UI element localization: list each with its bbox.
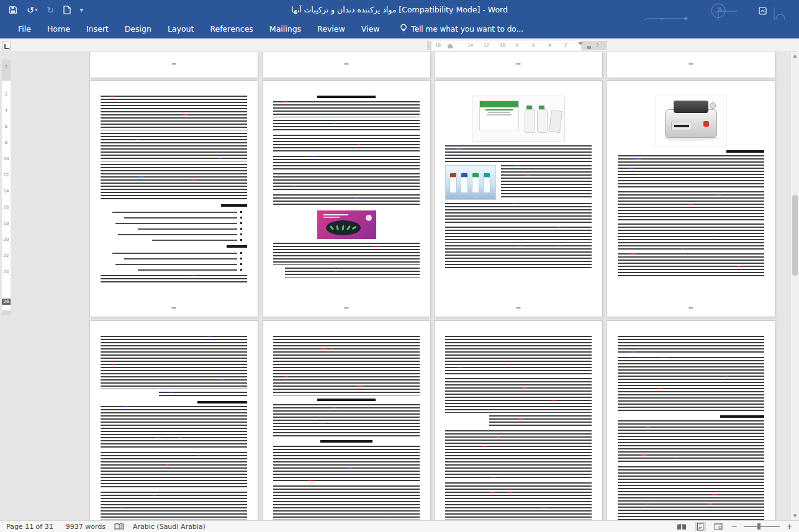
new-document-icon[interactable]	[63, 6, 71, 14]
undo-dropdown-caret[interactable]: ▾	[35, 6, 38, 14]
zoom-in-icon[interactable]: +	[786, 521, 793, 531]
paragraph-text	[273, 485, 420, 520]
paragraph-text	[285, 268, 420, 277]
page-indicator[interactable]: Page 11 of 31	[0, 523, 60, 531]
page-number-footer	[517, 307, 521, 309]
highlighted-word	[491, 477, 495, 478]
document-page[interactable]	[607, 52, 775, 78]
paragraph-text	[618, 336, 764, 354]
tab-selector[interactable]	[2, 42, 11, 50]
document-page[interactable]	[90, 81, 258, 317]
page-content	[618, 96, 764, 299]
document-page[interactable]	[90, 52, 258, 78]
vertical-ruler-text-area	[2, 81, 11, 310]
right-indent-marker[interactable]	[578, 42, 583, 45]
ruler-number: 8	[2, 140, 11, 145]
scroll-down-icon[interactable]: ▼	[791, 512, 799, 520]
paragraph-text	[445, 430, 592, 480]
undo-icon[interactable]: ↺▾	[27, 6, 37, 14]
amalgam-capsules-photo[interactable]	[317, 210, 376, 239]
scrollbar-thumb[interactable]	[792, 195, 798, 276]
document-page[interactable]	[607, 321, 775, 520]
ribbon-tab-references[interactable]: References	[202, 20, 261, 38]
ruler-number: 18	[435, 43, 441, 48]
paragraph-text	[101, 133, 247, 161]
ribbon-tab-design[interactable]: Design	[117, 20, 160, 38]
page-number-footer	[345, 307, 349, 309]
horizontal-ruler[interactable]: 1814121086422	[427, 41, 607, 50]
document-canvas[interactable]	[0, 52, 799, 520]
dental-cement-bottles-photo[interactable]	[445, 165, 496, 200]
proofing-errors-icon[interactable]	[112, 523, 127, 531]
customize-qat-icon[interactable]: ▾	[80, 6, 83, 14]
ribbon-display-options-icon[interactable]	[759, 6, 767, 17]
page-content	[618, 336, 764, 520]
ribbon-tab-layout[interactable]: Layout	[160, 20, 202, 38]
document-page[interactable]	[263, 52, 430, 78]
vertical-scrollbar[interactable]: ▲ ▼	[791, 52, 799, 520]
ribbon-tab-home[interactable]: Home	[39, 20, 78, 38]
tell-me-box[interactable]: Tell me what you want to do...	[400, 24, 523, 35]
read-mode-icon[interactable]	[675, 523, 688, 531]
paragraph-text	[273, 446, 420, 483]
document-page[interactable]	[263, 81, 430, 317]
highlighted-word	[169, 392, 173, 393]
document-page[interactable]	[435, 81, 602, 317]
ruler-number: 2	[2, 65, 11, 70]
language-indicator[interactable]: Arabic (Saudi Arabia)	[127, 523, 212, 531]
ribbon-tab-file[interactable]: File	[10, 20, 39, 38]
zoom-slider[interactable]	[744, 526, 780, 527]
paragraph-text	[618, 253, 764, 278]
page-number-footer	[172, 307, 176, 309]
highlighted-word	[525, 174, 530, 176]
ribbon-tab-insert[interactable]: Insert	[78, 20, 117, 38]
paragraph-text	[618, 223, 764, 251]
redo-icon[interactable]: ↻	[47, 6, 54, 14]
ruler-number: 12	[484, 43, 489, 48]
quick-access-toolbar: ↺▾ ↻ ▾	[9, 0, 83, 20]
highlighted-word	[308, 480, 314, 481]
highlighted-word	[458, 367, 464, 368]
paragraph-text	[445, 145, 592, 163]
ribbon-tab-mailings[interactable]: Mailings	[261, 20, 309, 38]
amalgamator-device-photo[interactable]	[655, 96, 727, 147]
scroll-up-icon[interactable]: ▲	[791, 52, 799, 60]
highlighted-word	[354, 197, 359, 199]
margin-marker[interactable]	[587, 46, 591, 49]
bullet-item	[101, 232, 247, 237]
highlighted-word	[220, 379, 224, 381]
highlighted-word	[662, 357, 666, 358]
document-page[interactable]	[607, 81, 775, 317]
zoom-out-icon[interactable]: −	[731, 521, 738, 531]
highlighted-word	[357, 385, 363, 387]
highlighted-word	[191, 179, 196, 181]
paragraph-text	[273, 194, 420, 207]
highlighted-word	[712, 494, 717, 495]
document-page[interactable]	[435, 52, 602, 78]
web-layout-icon[interactable]	[712, 522, 725, 531]
ruler-text-area	[431, 41, 581, 50]
zoom-slider-thumb[interactable]	[757, 523, 761, 530]
vertical-ruler[interactable]: 22468101214161820222426	[2, 60, 11, 315]
highlighted-word	[518, 245, 521, 246]
highlighted-word	[197, 455, 201, 456]
highlighted-word	[320, 348, 327, 349]
page-content	[273, 336, 420, 520]
document-page[interactable]	[435, 321, 602, 520]
print-layout-icon[interactable]	[695, 522, 706, 531]
ribbon-tab-view[interactable]: View	[353, 20, 388, 38]
page-number-footer	[345, 63, 349, 65]
highlighted-word	[285, 376, 288, 377]
highlighted-word	[514, 165, 520, 166]
highlighted-word	[716, 194, 721, 196]
page-number-footer	[689, 307, 693, 309]
highlighted-word	[482, 446, 487, 447]
word-count[interactable]: 9937 words	[60, 523, 112, 531]
document-page[interactable]	[90, 321, 258, 520]
highlighted-word	[357, 144, 360, 145]
zirconomer-product-photo[interactable]	[472, 96, 565, 142]
highlighted-word	[551, 400, 557, 401]
document-page[interactable]	[263, 321, 430, 520]
save-icon[interactable]	[9, 6, 17, 14]
ribbon-tab-review[interactable]: Review	[309, 20, 353, 38]
